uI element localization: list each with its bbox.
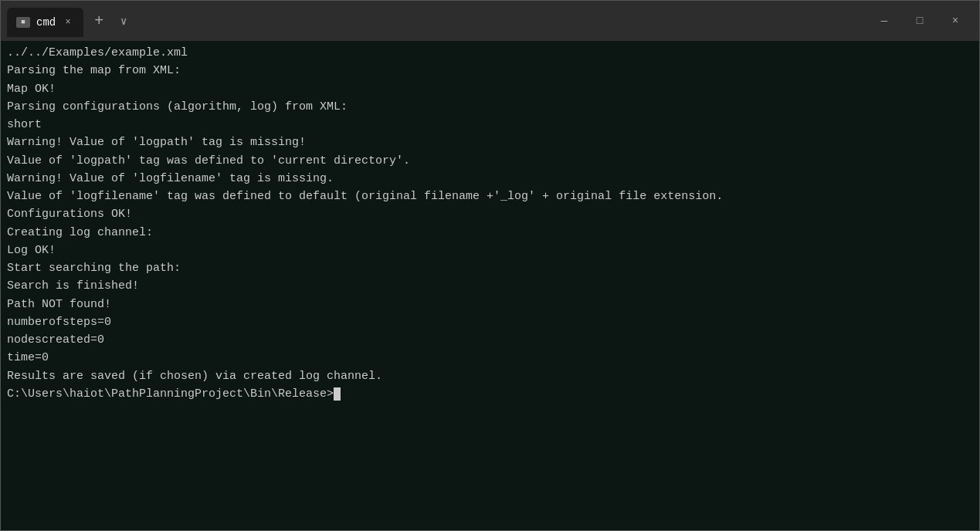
terminal-line: Parsing configurations (algorithm, log) … bbox=[7, 98, 973, 116]
title-bar: ■ cmd × + ∨ — □ × bbox=[1, 1, 979, 41]
maximize-button[interactable]: □ bbox=[902, 8, 938, 33]
terminal-line: Log OK! bbox=[7, 242, 973, 259]
terminal-line: numberofsteps=0 bbox=[7, 313, 973, 331]
terminal-line: Creating log channel: bbox=[7, 224, 973, 242]
terminal-line: time=0 bbox=[7, 349, 973, 367]
terminal-line: Start searching the path: bbox=[7, 259, 973, 277]
minimize-button[interactable]: — bbox=[866, 8, 902, 33]
terminal-line: Search is finished! bbox=[7, 277, 973, 295]
tab-dropdown-button[interactable]: ∨ bbox=[111, 8, 136, 33]
terminal-line: Value of 'logfilename' tag was defined t… bbox=[7, 188, 973, 205]
terminal-line: Path NOT found! bbox=[7, 296, 973, 313]
close-button[interactable]: × bbox=[938, 8, 973, 33]
tab-close-button[interactable]: × bbox=[62, 16, 74, 29]
terminal-body[interactable]: ../../Examples/example.xmlParsing the ma… bbox=[1, 41, 979, 530]
terminal-line: short bbox=[7, 116, 973, 134]
terminal-line: Warning! Value of 'logfilename' tag is m… bbox=[7, 170, 973, 188]
terminal-line: Parsing the map from XML: bbox=[7, 62, 973, 79]
terminal-line: C:\Users\haiot\PathPlanningProject\Bin\R… bbox=[7, 385, 973, 403]
cmd-icon: ■ bbox=[16, 17, 30, 28]
terminal-line: nodescreated=0 bbox=[7, 331, 973, 349]
tab-area: ■ cmd × + ∨ bbox=[7, 1, 866, 41]
cmd-window: ■ cmd × + ∨ — □ × ../../Examples/example… bbox=[0, 0, 980, 531]
terminal-line: Value of 'logpath' tag was defined to 'c… bbox=[7, 152, 973, 170]
terminal-line: Warning! Value of 'logpath' tag is missi… bbox=[7, 134, 973, 151]
terminal-line: Configurations OK! bbox=[7, 205, 973, 223]
window-controls: — □ × bbox=[866, 8, 973, 33]
terminal-line: Map OK! bbox=[7, 80, 973, 98]
tab-label: cmd bbox=[36, 16, 56, 29]
terminal-line: Results are saved (if chosen) via create… bbox=[7, 367, 973, 385]
terminal-cursor bbox=[334, 387, 341, 401]
new-tab-button[interactable]: + bbox=[86, 8, 111, 33]
terminal-line: ../../Examples/example.xml bbox=[7, 44, 973, 62]
cmd-tab[interactable]: ■ cmd × bbox=[7, 8, 83, 37]
